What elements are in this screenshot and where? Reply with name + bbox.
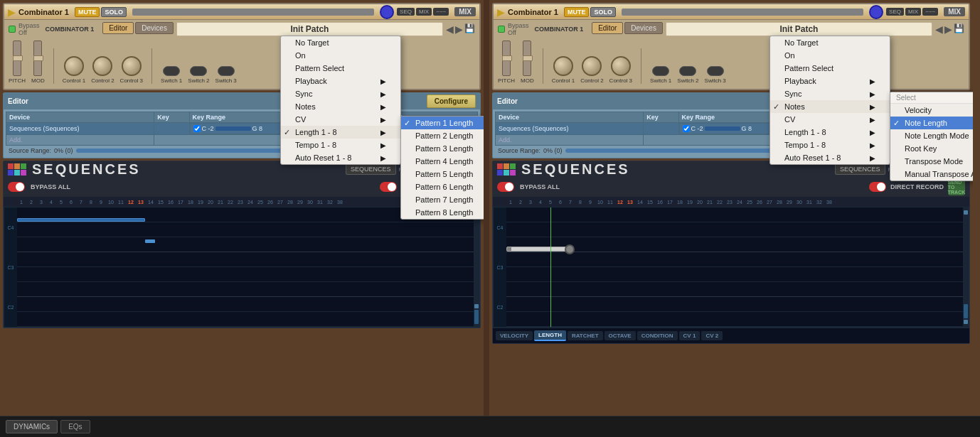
- left-mute-button[interactable]: MUTE: [75, 7, 100, 17]
- right-notes-transpose-mode[interactable]: Transpose Mode: [890, 155, 973, 168]
- left-menu-tempo[interactable]: Tempo 1 - 8 ▶: [281, 139, 400, 151]
- right-tempo-arrow: ▶: [870, 141, 875, 149]
- right-switch2[interactable]: [679, 66, 696, 76]
- right-seq-num: 8: [575, 200, 585, 205]
- left-length-pattern4[interactable]: Pattern 4 Length: [401, 155, 484, 168]
- right-notes-root-key[interactable]: Root Key: [890, 142, 973, 155]
- right-solo-button[interactable]: SOLO: [590, 7, 616, 17]
- right-scroll-thumb[interactable]: [964, 304, 968, 318]
- left-seq-num: 9: [96, 200, 106, 205]
- left-seq-grid[interactable]: C4 C3 C2: [4, 207, 480, 328]
- left-scroll-down[interactable]: [474, 304, 479, 308]
- left-seq-num: 38: [335, 200, 345, 205]
- left-configure-button[interactable]: Configure: [427, 95, 476, 108]
- left-menu-pattern-select[interactable]: Pattern Select: [281, 62, 400, 75]
- left-bypass-toggle[interactable]: [8, 182, 25, 192]
- right-menu-tempo[interactable]: Tempo 1 - 8 ▶: [770, 139, 890, 151]
- left-solo-button[interactable]: SOLO: [101, 7, 127, 17]
- right-seq-grid[interactable]: C4 C3 C2: [493, 207, 969, 328]
- right-notes-velocity[interactable]: Velocity: [890, 104, 973, 117]
- left-menu-cv[interactable]: CV ▶: [281, 113, 400, 126]
- left-scroll-thumb[interactable]: [474, 310, 479, 324]
- bottom-tab-eqs[interactable]: EQs: [60, 420, 90, 433]
- right-menu-sync[interactable]: Sync ▶: [770, 87, 890, 100]
- left-editor-tab[interactable]: Editor: [102, 22, 134, 34]
- left-menu-sync[interactable]: Sync ▶: [281, 87, 400, 100]
- left-control3-knob[interactable]: [122, 56, 142, 76]
- right-key-checkbox[interactable]: [683, 125, 690, 132]
- left-devices-tab[interactable]: Devices: [135, 22, 174, 34]
- left-switch3[interactable]: [218, 66, 235, 76]
- right-row-key: [644, 123, 678, 135]
- left-key-checkbox[interactable]: [193, 125, 201, 132]
- right-tab-cv2[interactable]: CV 2: [701, 331, 723, 340]
- right-tab-octave[interactable]: OCTAVE: [604, 331, 636, 340]
- left-seq-num-highlighted: 12: [126, 200, 136, 205]
- right-notes-manual-transpose[interactable]: Manual Transpose Amou: [890, 168, 973, 180]
- left-length-pattern7[interactable]: Pattern 7 Length: [401, 193, 484, 206]
- right-menu-no-target[interactable]: No Target: [770, 36, 890, 49]
- left-control1-knob[interactable]: [64, 56, 84, 76]
- right-length-arrow: ▶: [870, 129, 875, 136]
- right-notes-arrow: ▶: [870, 103, 875, 111]
- right-note-bar-active[interactable]: [506, 247, 570, 252]
- right-switch3-label: Switch 3: [705, 77, 726, 84]
- left-menu-playback[interactable]: Playback ▶: [281, 75, 400, 87]
- right-seq-num: 7: [565, 200, 575, 205]
- right-mix-label: MIX: [944, 7, 965, 16]
- right-notes-note-length[interactable]: Note Length: [890, 117, 973, 129]
- right-scroll-down[interactable]: [964, 320, 968, 324]
- right-bypass-toggle[interactable]: [497, 182, 514, 192]
- left-sequences-btn[interactable]: SEQUENCES: [346, 163, 396, 175]
- left-menu-on[interactable]: On: [281, 49, 400, 62]
- right-menu-playback[interactable]: Playback ▶: [770, 75, 890, 87]
- right-switch3[interactable]: [707, 66, 724, 76]
- left-menu-no-target[interactable]: No Target: [281, 36, 400, 49]
- right-menu-notes[interactable]: Notes ▶: [770, 100, 890, 113]
- left-switch1[interactable]: [163, 66, 180, 76]
- right-scroll-up[interactable]: [964, 210, 968, 215]
- right-menu-on[interactable]: On: [770, 49, 890, 62]
- right-control1-knob[interactable]: [553, 56, 573, 76]
- left-control2-knob[interactable]: [92, 56, 112, 76]
- left-length-pattern3[interactable]: Pattern 3 Length: [401, 142, 484, 155]
- right-tab-velocity[interactable]: VELOCITY: [496, 331, 533, 340]
- left-cv-arrow: ▶: [380, 116, 386, 124]
- right-mute-button[interactable]: MUTE: [564, 7, 590, 17]
- left-bypass-all-label: BYPASS ALL: [31, 183, 70, 190]
- right-editor-tab[interactable]: Editor: [592, 22, 623, 34]
- right-direct-record-toggle[interactable]: [869, 182, 886, 192]
- left-menu-notes[interactable]: Notes ▶: [281, 100, 400, 113]
- right-tab-cv1[interactable]: CV 1: [679, 331, 701, 340]
- left-length-pattern8[interactable]: Pattern 8 Length: [401, 206, 484, 219]
- left-menu-auto-reset[interactable]: Auto Reset 1 - 8 ▶: [281, 151, 400, 164]
- right-control2-knob[interactable]: [582, 56, 602, 76]
- bottom-tab-dynamics[interactable]: DYNAMICs: [6, 420, 58, 433]
- right-tab-length[interactable]: LENGTH: [534, 330, 566, 341]
- left-menu-length[interactable]: Length 1 - 8 ▶: [281, 126, 400, 139]
- right-devices-tab[interactable]: Devices: [624, 22, 663, 34]
- left-switch2[interactable]: [190, 66, 207, 76]
- left-length-pattern6[interactable]: Pattern 6 Length: [401, 180, 484, 193]
- right-menu-cv[interactable]: CV ▶: [770, 113, 890, 126]
- right-menu-length[interactable]: Length 1 - 8 ▶: [770, 126, 890, 139]
- left-direct-record-toggle[interactable]: [380, 182, 397, 192]
- left-seq-num: 21: [215, 200, 225, 205]
- right-menu-pattern-select[interactable]: Pattern Select: [770, 62, 890, 75]
- left-length-pattern5[interactable]: Pattern 5 Length: [401, 168, 484, 180]
- right-note-handle[interactable]: [565, 244, 575, 254]
- right-note-c3: C3: [497, 265, 504, 270]
- right-sequences-btn[interactable]: SEQUENCES: [835, 163, 885, 175]
- left-length-pattern2[interactable]: Pattern 2 Length: [401, 129, 484, 142]
- right-notes-submenu: Select Velocity Note Length Note Length …: [890, 92, 973, 181]
- right-tab-condition[interactable]: CONDITION: [637, 331, 678, 340]
- right-tab-ratchet[interactable]: RATCHET: [568, 331, 603, 340]
- left-col-key: Key: [154, 112, 189, 123]
- right-notes-note-length-mode[interactable]: Note Length Mode: [890, 129, 973, 142]
- right-switch1[interactable]: [652, 66, 669, 76]
- left-length-pattern1[interactable]: Pattern 1 Length: [401, 117, 484, 129]
- right-control3-knob[interactable]: [611, 56, 631, 76]
- right-menu-auto-reset[interactable]: Auto Reset 1 - 8 ▶: [770, 151, 890, 164]
- left-notes-arrow: ▶: [380, 103, 386, 111]
- left-switch2-label: Switch 2: [188, 77, 209, 84]
